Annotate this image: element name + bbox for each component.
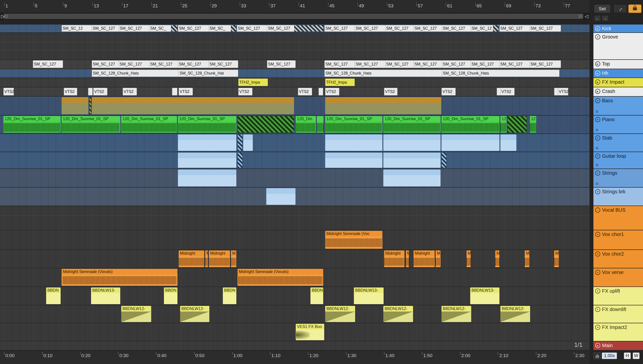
vox-chor2-clip[interactable]: M	[231, 250, 236, 267]
fold-arrow-icon[interactable]: ▶	[595, 61, 600, 66]
piano-clip[interactable]: 120_Dm_Sunrise_01_SP	[121, 116, 177, 133]
vox-chor2-clip[interactable]: Midnight	[209, 250, 230, 267]
bar-ruler[interactable]: 1591317212529333741454953576165697377	[0, 0, 589, 13]
kick-clip[interactable]	[231, 25, 236, 32]
vox-chor2-clip[interactable]: Midnight	[413, 250, 435, 267]
vox-chor1-clip[interactable]: Midnight Serenade (Voc	[325, 231, 382, 249]
crash-clip[interactable]: VTS2	[384, 88, 398, 96]
track-header-strings[interactable]: ▼Strings≡	[593, 169, 643, 187]
bass-clip[interactable]	[62, 97, 88, 114]
kick-clip[interactable]: SM_SC_127	[499, 25, 531, 32]
track-header-top[interactable]: ▶Top	[593, 60, 643, 69]
track-lane-bass[interactable]	[0, 97, 589, 116]
zoom-width-button[interactable]: W	[633, 352, 639, 359]
kick-clip[interactable]: SM_SC_127	[267, 25, 296, 32]
crash-clip[interactable]: VTS2	[441, 88, 456, 96]
crash-clip[interactable]: VTS2	[325, 88, 339, 96]
top-clip[interactable]: SM_SC_127	[209, 60, 238, 68]
kick-clip[interactable]: SM_SC_12	[62, 25, 93, 32]
track-header-stab[interactable]: ▼Stab≡	[593, 134, 643, 152]
top-clip[interactable]: SM_SC_127	[530, 60, 561, 68]
top-clip[interactable]: SM_SC_127	[324, 60, 356, 68]
kick-clip[interactable]: SM_SC_127	[237, 25, 269, 32]
track-lane-vox-chor1[interactable]: Midnight Serenade (Voc	[0, 230, 589, 250]
top-clip[interactable]: SM_SC_127	[119, 60, 151, 68]
hh-clip[interactable]: SM_SC_128_Chunk_Hat	[179, 70, 238, 77]
scroll-left-icon[interactable]: ◁	[584, 14, 588, 19]
piano-clip[interactable]: 120_Dm_Sunrise_01_SP	[383, 116, 440, 133]
scrollbar-handle[interactable]	[4, 14, 583, 19]
track-header-fx-impact[interactable]: ▶FX Impact	[593, 78, 643, 87]
guitar-loop-clip[interactable]	[178, 152, 236, 168]
fx-uplift-clip[interactable]: BBDN	[46, 288, 61, 304]
fold-arrow-icon[interactable]: ▼	[595, 117, 600, 122]
fx-uplift-clip[interactable]: BBDNLW13-	[91, 288, 120, 304]
fx-uplift-clip[interactable]: BBDN	[310, 288, 323, 304]
fx-impact-clip[interactable]: TFH2_Impa	[325, 78, 355, 86]
fx-uplift-clip[interactable]: BBDNLW13-	[354, 288, 384, 304]
kick-clip[interactable]: SM_SC_127	[413, 25, 443, 32]
time-ruler[interactable]: 0:000:100:200:300:400:501:001:101:201:30…	[0, 350, 589, 364]
crash-clip[interactable]: VTS2	[500, 88, 515, 96]
fold-arrow-icon[interactable]: ▼	[595, 170, 600, 176]
kick-clip[interactable]: SM_SC_127	[442, 25, 472, 32]
track-lane-vox-chor2[interactable]: MidnightMMidnightMMidnightMMidnightMMMMM	[0, 250, 589, 268]
top-clip[interactable]: SM_SC_127	[385, 60, 415, 68]
vox-chor2-clip[interactable]: M	[436, 250, 440, 267]
bass-clip[interactable]	[325, 97, 441, 114]
fx-uplift-clip[interactable]: BBDNLW13-	[470, 288, 499, 304]
track-lane-kick[interactable]: SM_SC_12SM_SC_127SM_SC_127SM_SC_SM_SC_12…	[0, 24, 589, 33]
track-lane-main[interactable]	[0, 342, 589, 350]
fx-downlift-clip[interactable]: BBDNLW12-	[441, 306, 471, 322]
fx-uplift-clip[interactable]: BBDN	[223, 288, 236, 304]
top-clip[interactable]: SM_SC_127	[178, 60, 210, 68]
top-clip[interactable]: SM_SC_127	[33, 60, 63, 68]
top-clip[interactable]: SM_SC_127	[149, 60, 179, 68]
top-clip[interactable]: SM_SC_127	[442, 60, 472, 68]
fx-impact-clip[interactable]: TFH2_Impa	[238, 78, 268, 86]
zoom-height-button[interactable]: H	[624, 352, 631, 359]
play-marker-icon[interactable]: ▷	[1, 14, 5, 19]
track-lane-fx-impact[interactable]: TFH2_ImpaTFH2_Impa	[0, 78, 589, 87]
fold-arrow-icon[interactable]: ▼	[595, 232, 600, 237]
strings-clip[interactable]	[178, 170, 236, 186]
top-clip[interactable]: SM_SC_127	[471, 60, 501, 68]
fx-downlift-clip[interactable]: BBDNLW12-	[500, 306, 530, 322]
set-button[interactable]: Set	[594, 4, 610, 13]
track-header-bass[interactable]: ▼Bass≡	[593, 97, 643, 115]
hh-clip[interactable]: SM_SC_128_Chunk_Hats	[92, 70, 179, 77]
bass-clip[interactable]	[89, 97, 91, 114]
track-lane-fx-uplift[interactable]: BBDNBBDNLW13-BBDNBBDNBBDNBBDNLW13-BBDNLW…	[0, 287, 589, 306]
vox-chor2-clip[interactable]: M	[466, 250, 471, 267]
track-header-piano[interactable]: ▼Piano≡	[593, 116, 643, 134]
arrow-right-icon[interactable]: →	[602, 15, 609, 21]
kick-clip[interactable]: SM_SC_127	[355, 25, 387, 32]
stab-clip[interactable]	[325, 134, 382, 151]
fx-downlift-clip[interactable]: BBDNLW12-	[325, 306, 355, 322]
fold-arrow-icon[interactable]: ▼	[595, 325, 600, 330]
track-header-crash[interactable]: ▶Crash	[593, 87, 643, 96]
vox-chor2-clip[interactable]: Midnight	[384, 250, 404, 267]
fx-impact2-clip[interactable]: VES1 FX Boo	[296, 324, 324, 340]
crash-clip[interactable]	[172, 88, 177, 96]
track-lane-fx-downlift[interactable]: BBDNLW12-BBDNLW12-BBDNLW12-BBDNLW12-BBDN…	[0, 306, 589, 323]
fold-arrow-icon[interactable]: ▼	[595, 154, 600, 159]
track-header-strings-brk[interactable]: ▼Strings brk	[593, 188, 643, 206]
top-clip[interactable]: SM_SC_127	[355, 60, 387, 68]
crash-clip[interactable]: VTS2	[93, 88, 108, 96]
piano-clip[interactable]: 120_Dm_Sunrise_01_SP	[325, 116, 382, 133]
hh-clip[interactable]: SM_SC_128_Chunk_Hats	[324, 70, 443, 77]
group-track-icon[interactable]: ≡	[595, 208, 600, 213]
kick-clip[interactable]: SM_SC_127	[178, 25, 210, 32]
fold-arrow-icon[interactable]: ▶	[595, 89, 600, 94]
stab-clip[interactable]	[500, 134, 516, 151]
track-header-hh[interactable]: ▶Hh	[593, 69, 643, 78]
track-lane-strings-brk[interactable]	[0, 188, 589, 206]
fold-arrow-icon[interactable]: ▼	[595, 98, 600, 103]
crash-clip[interactable]: VTS2	[558, 88, 568, 96]
vox-verse-clip[interactable]: Midnight Serenade (Vocals)	[62, 269, 177, 286]
track-lane-hh[interactable]: SM_SC_128_Chunk_HatsSM_SC_128_Chunk_HatS…	[0, 69, 589, 78]
fold-arrow-icon[interactable]: ▼	[595, 136, 600, 140]
kick-clip[interactable]: SM_SC_	[209, 25, 232, 32]
fx-downlift-clip[interactable]: BBDNLW12-	[121, 306, 151, 322]
